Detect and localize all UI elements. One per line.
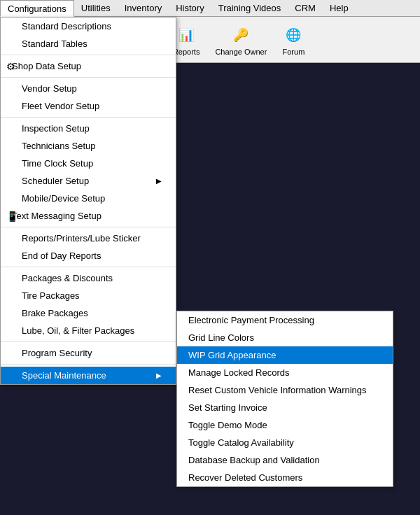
separator-3 bbox=[1, 117, 176, 118]
configurations-dropdown: Standard Descriptions Standard Tables ⚙ … bbox=[0, 17, 176, 385]
menu-item-special-maintenance[interactable]: Special Maintenance ▶ bbox=[1, 367, 176, 384]
menu-item-shop-data-setup[interactable]: ⚙ Shop Data Setup bbox=[1, 57, 176, 75]
menu-inventory[interactable]: Inventory bbox=[118, 0, 169, 16]
menu-item-program-security[interactable]: Program Security bbox=[1, 344, 176, 362]
menu-item-packages-discounts[interactable]: Packages & Discounts bbox=[1, 269, 176, 287]
menu-configurations[interactable]: Configurations bbox=[0, 0, 74, 17]
submenu-item-electronic-payment[interactable]: Electronic Payment Processing bbox=[177, 311, 393, 329]
special-maintenance-submenu: Electronic Payment Processing Grid Line … bbox=[176, 311, 393, 487]
menu-item-end-of-day-reports[interactable]: End of Day Reports bbox=[1, 247, 176, 264]
menu-utilities[interactable]: Utilities bbox=[74, 0, 118, 16]
reports-icon: 📊 bbox=[175, 24, 197, 46]
menu-help[interactable]: Help bbox=[323, 0, 356, 16]
submenu-item-grid-line-colors[interactable]: Grid Line Colors bbox=[177, 329, 393, 346]
menu-item-standard-tables[interactable]: Standard Tables bbox=[1, 35, 176, 52]
menubar: Configurations Utilities Inventory Histo… bbox=[0, 0, 420, 17]
dropdown-container: Standard Descriptions Standard Tables ⚙ … bbox=[0, 17, 176, 385]
menu-item-inspection-setup[interactable]: Inspection Setup bbox=[1, 120, 176, 137]
change-owner-button[interactable]: 🔑 Change Owner bbox=[209, 20, 273, 59]
menu-history[interactable]: History bbox=[169, 0, 211, 16]
menu-item-vendor-setup[interactable]: Vendor Setup bbox=[1, 80, 176, 97]
separator-1 bbox=[1, 55, 176, 55]
menu-item-scheduler-setup[interactable]: Scheduler Setup ▶ bbox=[1, 172, 176, 190]
text-messaging-icon: 📱 bbox=[6, 211, 18, 222]
menu-item-tire-packages[interactable]: Tire Packages bbox=[1, 287, 176, 304]
separator-7 bbox=[1, 364, 176, 365]
submenu-item-toggle-catalog[interactable]: Toggle Catalog Availability bbox=[177, 434, 393, 451]
shop-data-icon: ⚙ bbox=[6, 61, 15, 72]
submenu-item-set-starting-invoice[interactable]: Set Starting Invoice bbox=[177, 399, 393, 416]
submenu-item-database-backup[interactable]: Database Backup and Validation bbox=[177, 451, 393, 469]
submenu-item-recover-deleted[interactable]: Recover Deleted Customers bbox=[177, 469, 393, 486]
menu-item-mobile-device-setup[interactable]: Mobile/Device Setup bbox=[1, 190, 176, 207]
separator-4 bbox=[1, 227, 176, 227]
submenu-item-wip-grid-appearance[interactable]: WIP Grid Appearance bbox=[177, 346, 393, 364]
menu-item-text-messaging-setup[interactable]: 📱 Text Messaging Setup bbox=[1, 207, 176, 225]
menu-item-reports-printers-lube[interactable]: Reports/Printers/Lube Sticker bbox=[1, 230, 176, 247]
forum-button[interactable]: 🌐 Forum bbox=[276, 20, 311, 59]
separator-6 bbox=[1, 341, 176, 342]
menu-training-videos[interactable]: Training Videos bbox=[211, 0, 288, 16]
menu-crm[interactable]: CRM bbox=[288, 0, 323, 16]
submenu-item-manage-locked-records[interactable]: Manage Locked Records bbox=[177, 364, 393, 381]
menu-item-time-clock-setup[interactable]: Time Clock Setup bbox=[1, 155, 176, 172]
submenu-item-toggle-demo-mode[interactable]: Toggle Demo Mode bbox=[177, 416, 393, 434]
menu-item-lube-oil-filter[interactable]: Lube, Oil, & Filter Packages bbox=[1, 322, 176, 339]
submenu-item-reset-custom-vehicle[interactable]: Reset Custom Vehicle Information Warning… bbox=[177, 381, 393, 399]
menu-item-fleet-vendor-setup[interactable]: Fleet Vendor Setup bbox=[1, 97, 176, 115]
separator-2 bbox=[1, 77, 176, 78]
menu-item-brake-packages[interactable]: Brake Packages bbox=[1, 304, 176, 322]
submenu-arrow-special: ▶ bbox=[156, 372, 162, 379]
submenu-arrow-scheduler: ▶ bbox=[156, 177, 162, 185]
separator-5 bbox=[1, 267, 176, 267]
forum-icon: 🌐 bbox=[282, 24, 304, 46]
menu-item-standard-descriptions[interactable]: Standard Descriptions bbox=[1, 17, 176, 35]
menu-item-technicians-setup[interactable]: Technicians Setup bbox=[1, 137, 176, 155]
change-owner-icon: 🔑 bbox=[230, 24, 252, 46]
